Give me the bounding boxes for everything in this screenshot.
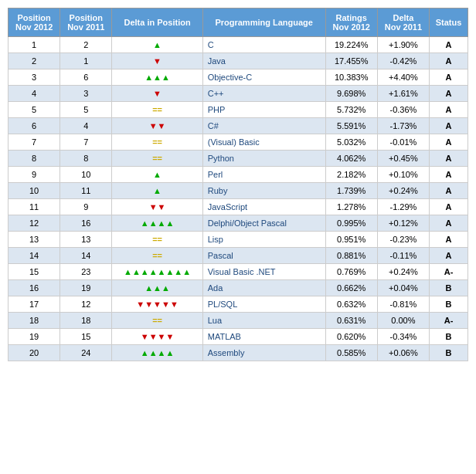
cell-lang: C: [202, 37, 325, 53]
cell-delta: ▲: [112, 37, 202, 53]
cell-lang: Pascal: [202, 248, 325, 264]
cell-pos2011: 24: [60, 345, 112, 361]
cell-delta-rating: -0.23%: [377, 232, 429, 248]
cell-delta: ▼▼: [112, 199, 202, 215]
cell-lang: PL/SQL: [202, 296, 325, 313]
header-status: Status: [430, 8, 468, 37]
header-delta-rating: DeltaNov 2011: [377, 8, 429, 37]
cell-lang: C++: [202, 86, 325, 102]
cell-lang: Lisp: [202, 232, 325, 248]
cell-delta-rating: +0.24%: [377, 183, 429, 199]
cell-delta: ▲▲▲: [112, 69, 202, 86]
cell-pos2012: 11: [8, 199, 60, 215]
cell-delta: ▲▲▲▲▲▲▲▲: [112, 264, 202, 280]
cell-status: A: [430, 248, 468, 264]
cell-pos2012: 15: [8, 264, 60, 280]
cell-delta-rating: +0.06%: [377, 345, 429, 361]
cell-pos2012: 18: [8, 313, 60, 329]
table-row: 5 5 == PHP 5.732% -0.36% A: [8, 102, 468, 118]
cell-rating: 0.631%: [325, 313, 377, 329]
cell-pos2012: 16: [8, 280, 60, 296]
cell-lang: Delphi/Object Pascal: [202, 215, 325, 232]
table-row: 20 24 ▲▲▲▲ Assembly 0.585% +0.06% B: [8, 345, 468, 361]
cell-pos2011: 15: [60, 329, 112, 345]
cell-status: A: [430, 53, 468, 69]
table-row: 3 6 ▲▲▲ Objective-C 10.383% +4.40% A: [8, 69, 468, 86]
cell-rating: 1.739%: [325, 183, 377, 199]
cell-rating: 0.995%: [325, 215, 377, 232]
cell-delta-rating: -0.11%: [377, 248, 429, 264]
cell-rating: 17.455%: [325, 53, 377, 69]
cell-rating: 0.951%: [325, 232, 377, 248]
cell-rating: 0.585%: [325, 345, 377, 361]
cell-delta-rating: +0.12%: [377, 215, 429, 232]
cell-lang: Assembly: [202, 345, 325, 361]
cell-status: B: [430, 280, 468, 296]
cell-delta: ▲▲▲: [112, 280, 202, 296]
rankings-table: PositionNov 2012 PositionNov 2011 Delta …: [8, 8, 468, 361]
cell-delta-rating: -0.42%: [377, 53, 429, 69]
cell-delta-rating: -0.34%: [377, 329, 429, 345]
header-pos2012: PositionNov 2012: [8, 8, 60, 37]
table-row: 8 8 == Python 4.062% +0.45% A: [8, 151, 468, 167]
cell-lang: Lua: [202, 313, 325, 329]
cell-rating: 5.032%: [325, 134, 377, 151]
cell-delta-rating: +0.45%: [377, 151, 429, 167]
cell-delta: ▼▼: [112, 118, 202, 134]
cell-pos2011: 7: [60, 134, 112, 151]
cell-lang: Python: [202, 151, 325, 167]
cell-pos2012: 9: [8, 167, 60, 183]
cell-pos2011: 11: [60, 183, 112, 199]
cell-delta: ▲: [112, 167, 202, 183]
cell-pos2011: 10: [60, 167, 112, 183]
cell-rating: 0.632%: [325, 296, 377, 313]
cell-status: A: [430, 232, 468, 248]
cell-pos2011: 5: [60, 102, 112, 118]
cell-delta: ▲▲▲▲: [112, 345, 202, 361]
cell-delta-rating: -0.01%: [377, 134, 429, 151]
cell-pos2012: 3: [8, 69, 60, 86]
table-row: 17 12 ▼▼▼▼▼ PL/SQL 0.632% -0.81% B: [8, 296, 468, 313]
table-row: 12 16 ▲▲▲▲ Delphi/Object Pascal 0.995% +…: [8, 215, 468, 232]
cell-lang: Visual Basic .NET: [202, 264, 325, 280]
cell-pos2012: 12: [8, 215, 60, 232]
cell-status: A-: [430, 313, 468, 329]
cell-delta-rating: +4.40%: [377, 69, 429, 86]
cell-pos2011: 3: [60, 86, 112, 102]
cell-lang: JavaScript: [202, 199, 325, 215]
cell-pos2012: 10: [8, 183, 60, 199]
cell-lang: Ruby: [202, 183, 325, 199]
cell-pos2012: 20: [8, 345, 60, 361]
cell-status: A: [430, 183, 468, 199]
cell-delta: ==: [112, 134, 202, 151]
cell-delta: ▼▼▼▼: [112, 329, 202, 345]
cell-rating: 4.062%: [325, 151, 377, 167]
cell-delta: ==: [112, 313, 202, 329]
cell-delta: ==: [112, 151, 202, 167]
cell-lang: Java: [202, 53, 325, 69]
table-row: 6 4 ▼▼ C# 5.591% -1.73% A: [8, 118, 468, 134]
cell-delta-rating: -0.81%: [377, 296, 429, 313]
cell-lang: Objective-C: [202, 69, 325, 86]
cell-status: A: [430, 151, 468, 167]
cell-delta: ▼: [112, 86, 202, 102]
table-row: 2 1 ▼ Java 17.455% -0.42% A: [8, 53, 468, 69]
cell-lang: PHP: [202, 102, 325, 118]
table-row: 13 13 == Lisp 0.951% -0.23% A: [8, 232, 468, 248]
table-row: 1 2 ▲ C 19.224% +1.90% A: [8, 37, 468, 53]
cell-status: A: [430, 86, 468, 102]
cell-pos2011: 16: [60, 215, 112, 232]
cell-status: A: [430, 37, 468, 53]
cell-pos2012: 19: [8, 329, 60, 345]
cell-status: B: [430, 345, 468, 361]
cell-pos2011: 4: [60, 118, 112, 134]
cell-status: A: [430, 134, 468, 151]
cell-pos2012: 14: [8, 248, 60, 264]
cell-delta: ▲: [112, 183, 202, 199]
table-row: 4 3 ▼ C++ 9.698% +1.61% A: [8, 86, 468, 102]
table-row: 15 23 ▲▲▲▲▲▲▲▲ Visual Basic .NET 0.769% …: [8, 264, 468, 280]
header-rating: RatingsNov 2012: [325, 8, 377, 37]
cell-pos2011: 18: [60, 313, 112, 329]
cell-lang: MATLAB: [202, 329, 325, 345]
table-row: 9 10 ▲ Perl 2.182% +0.10% A: [8, 167, 468, 183]
